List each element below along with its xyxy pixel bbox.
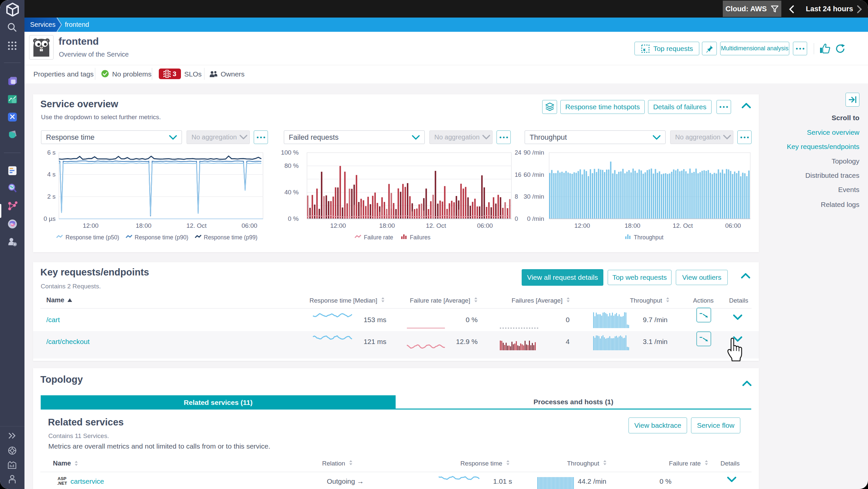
svg-text:2 s: 2 s	[47, 193, 56, 200]
svg-text:0 /min: 0 /min	[527, 215, 544, 222]
svg-text:4 s: 4 s	[47, 171, 56, 178]
svg-text:60 /min: 60 /min	[524, 171, 544, 178]
svg-text:0 µs: 0 µs	[44, 215, 56, 222]
svg-text:18:00: 18:00	[135, 222, 152, 229]
svg-text:100 %: 100 %	[281, 149, 299, 156]
svg-text:8: 8	[515, 193, 518, 200]
svg-text:AI: AI	[10, 222, 13, 226]
svg-text:12:00: 12:00	[330, 222, 346, 229]
svg-text:Failure rate: Failure rate	[364, 234, 393, 241]
svg-text:6 s: 6 s	[47, 149, 56, 156]
svg-text:12. Oct: 12. Oct	[673, 222, 693, 229]
svg-text:12:00: 12:00	[83, 222, 99, 229]
svg-text:18:00: 18:00	[379, 222, 395, 229]
svg-text:06:00: 06:00	[725, 222, 741, 229]
svg-text:16: 16	[515, 172, 521, 178]
svg-text:40 %: 40 %	[284, 189, 299, 196]
svg-text:Response time (p99): Response time (p99)	[204, 234, 257, 241]
svg-text:0: 0	[515, 215, 518, 222]
svg-text:12. Oct: 12. Oct	[426, 222, 446, 229]
svg-text:30 /min: 30 /min	[524, 193, 544, 200]
svg-text:Failures: Failures	[410, 234, 430, 241]
svg-text:06:00: 06:00	[242, 222, 257, 229]
svg-text:Response time (p50): Response time (p50)	[65, 234, 119, 241]
svg-text:0 %: 0 %	[288, 215, 299, 222]
svg-text:06:00: 06:00	[477, 222, 493, 229]
svg-text:Response time (p90): Response time (p90)	[135, 234, 188, 241]
svg-text:80 %: 80 %	[284, 162, 299, 169]
svg-text:24: 24	[515, 149, 521, 156]
svg-text:12. Oct: 12. Oct	[186, 222, 207, 229]
svg-text:Throughput: Throughput	[634, 234, 663, 241]
svg-text:12:00: 12:00	[574, 222, 590, 229]
svg-text:18:00: 18:00	[624, 222, 641, 229]
svg-text:90 /min: 90 /min	[524, 149, 544, 156]
